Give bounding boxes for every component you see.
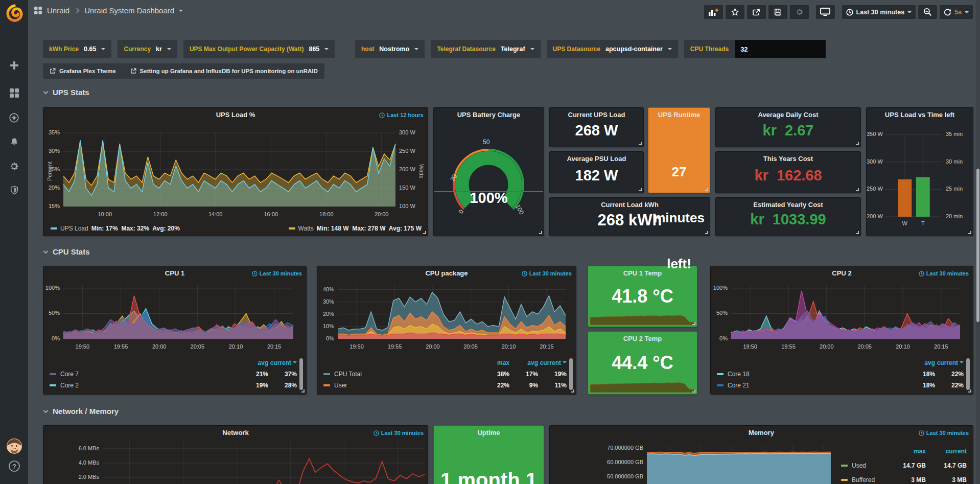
variable-kwh-price[interactable]: kWh Price 0.65: [43, 40, 111, 58]
page-scrollbar-thumb[interactable]: [976, 169, 979, 322]
panel-time-override[interactable]: Last 30 minutes: [919, 430, 969, 436]
panel-title[interactable]: UPS Battery Charge: [434, 111, 544, 119]
ups-load-chart[interactable]: 35%30%25%20%15%300 W250 W200 W150 W100 W…: [43, 120, 428, 222]
panel-title[interactable]: Memory: [550, 429, 973, 436]
link-ups-monitoring-guide[interactable]: Setting up Grafana and InfluxDB for UPS …: [130, 68, 318, 74]
panel-title[interactable]: Current Load kWh: [550, 201, 710, 209]
create-icon[interactable]: [0, 60, 28, 71]
legend-scrollbar[interactable]: [569, 358, 573, 390]
panel-title[interactable]: Estimated Yearly Cost: [716, 201, 860, 209]
resize-handle[interactable]: [856, 188, 859, 191]
alerting-bell-icon[interactable]: [0, 137, 28, 147]
breadcrumb-app[interactable]: Unraid: [47, 6, 69, 15]
cycle-view-button[interactable]: [816, 5, 835, 19]
axis-label: 35 min: [946, 131, 963, 137]
variable-currency[interactable]: Currency kr: [118, 40, 177, 58]
user-avatar[interactable]: [0, 437, 28, 455]
chevron-down-icon: [43, 248, 49, 253]
cpu2-chart[interactable]: 100%50%0%19:5019:5520:0020:0520:1020:15: [711, 279, 973, 355]
ups-load-vs-time-chart[interactable]: 350 W300 W250 W200 W35 min30 min25 min20…: [867, 108, 973, 236]
page-scrollbar[interactable]: [976, 0, 980, 484]
save-button[interactable]: [768, 5, 787, 19]
stat-value: kr 162.68: [716, 167, 860, 184]
network-chart[interactable]: 6.0 MBs4.0 MBs2.0 MBs: [43, 438, 428, 484]
cpu1-chart[interactable]: 100%50%0%19:5019:5520:0020:0520:1020:15: [43, 279, 306, 355]
grafana-logo-icon[interactable]: [0, 4, 28, 22]
panel-time-override[interactable]: Last 30 minutes: [919, 270, 969, 276]
panel-title[interactable]: CPU 1 Temp: [588, 269, 697, 277]
resize-handle[interactable]: [968, 389, 971, 393]
add-panel-button[interactable]: [704, 5, 723, 19]
resize-handle[interactable]: [692, 389, 695, 393]
share-button[interactable]: [747, 5, 766, 19]
series-swatch: [51, 227, 57, 229]
dashboards-icon[interactable]: [0, 88, 28, 98]
axis-label: 18:00: [311, 211, 342, 217]
section-network-memory[interactable]: Network / Memory: [44, 407, 119, 416]
legend: UPS LoadMin: 17% Max: 32% Avg: 20% Watts…: [51, 225, 422, 232]
help-icon[interactable]: ?: [0, 460, 28, 472]
panel-title[interactable]: UPS Load vs Time left: [867, 111, 973, 119]
resize-handle[interactable]: [571, 389, 574, 393]
panel-title[interactable]: Average Daily Cost: [716, 111, 860, 119]
cpu-package-chart[interactable]: 40%30%20%10%0%19:5019:5520:0020:0520:102…: [317, 279, 576, 355]
resize-handle[interactable]: [692, 322, 695, 325]
panel-time-override[interactable]: Last 30 minutes: [252, 270, 302, 276]
axis-label: 50%: [711, 310, 728, 316]
chevron-down-icon[interactable]: [179, 10, 183, 14]
apps-grid-icon[interactable]: [34, 6, 42, 15]
panel-time-override[interactable]: Last 30 minutes: [522, 270, 572, 276]
series-name[interactable]: Watts: [298, 225, 314, 232]
axis-label: 60.000000 GB: [550, 459, 643, 465]
panel-title[interactable]: This Years Cost: [716, 155, 860, 163]
resize-handle[interactable]: [301, 389, 305, 393]
resize-handle[interactable]: [639, 142, 642, 145]
panel-estimated-yearly-cost: Estimated Yearly Cost kr 1033.99: [715, 197, 861, 236]
time-range-picker[interactable]: Last 30 minutes: [842, 5, 916, 19]
panel-network-graph: Network Last 30 minutes 6.0 MBs4.0 MBs2.…: [43, 425, 428, 484]
variable-cpu-threads: CPU Threads: [684, 40, 826, 58]
section-ups-stats[interactable]: UPS Stats: [44, 88, 89, 97]
series-name[interactable]: UPS Load: [60, 225, 88, 232]
resize-handle[interactable]: [639, 188, 642, 191]
resize-handle[interactable]: [856, 142, 859, 145]
section-cpu-stats[interactable]: CPU Stats: [44, 247, 90, 256]
mark-favorite-button[interactable]: [726, 5, 744, 19]
server-admin-shield-icon[interactable]: [0, 185, 28, 195]
refresh-button[interactable]: 5s: [940, 5, 973, 19]
refresh-interval-label[interactable]: 5s: [954, 9, 962, 16]
dashboard-settings-button[interactable]: [790, 5, 809, 19]
variable-host[interactable]: host Nostromo: [355, 40, 425, 58]
stat-value: 1 month 1: [434, 469, 544, 484]
panel-time-override[interactable]: Last 30 minutes: [374, 430, 424, 436]
resize-handle[interactable]: [968, 231, 971, 234]
panel-title[interactable]: UPS Load %: [43, 111, 428, 119]
battery-gauge[interactable]: 02050100: [434, 108, 544, 236]
panel-time-override[interactable]: Last 12 hours: [379, 112, 424, 118]
panel-title[interactable]: Current UPS Load: [550, 111, 643, 119]
variable-telegraf-datasource[interactable]: Telegraf Datasource Telegraf: [431, 40, 540, 58]
variable-ups-max-power[interactable]: UPS Max Output Power Capacity (Watt) 865: [183, 40, 335, 58]
legend-scrollbar[interactable]: [966, 358, 970, 390]
axis-label: 20 min: [946, 213, 963, 219]
link-grafana-plex-theme[interactable]: Grafana Plex Theme: [50, 68, 116, 74]
resize-handle[interactable]: [856, 231, 859, 234]
cpu-threads-input[interactable]: [735, 40, 826, 58]
configuration-gear-icon[interactable]: [0, 161, 28, 172]
stat-value: 268 W: [550, 122, 643, 139]
panel-title[interactable]: Uptime: [434, 429, 544, 436]
panel-title[interactable]: UPS Runtime: [648, 111, 710, 119]
panel-title[interactable]: Average PSU Load: [550, 155, 643, 163]
dashboard-links: Grafana Plex Theme Setting up Grafana an…: [43, 63, 324, 79]
legend-scrollbar[interactable]: [299, 358, 303, 390]
resize-handle[interactable]: [539, 231, 542, 234]
breadcrumb-page-title[interactable]: Unraid System Dashboard: [84, 6, 174, 15]
resize-handle[interactable]: [423, 231, 426, 234]
zoom-out-button[interactable]: [918, 5, 937, 19]
explore-compass-icon[interactable]: [0, 112, 28, 123]
memory-chart[interactable]: 70.000000 GB60.000000 GB50.000000 GB: [550, 438, 836, 484]
panel-title[interactable]: Network: [43, 429, 428, 436]
variable-ups-datasource[interactable]: UPS Datasource apcupsd-container: [547, 40, 678, 58]
chevron-down-icon[interactable]: [965, 11, 969, 15]
panel-title[interactable]: CPU 2 Temp: [588, 335, 697, 342]
